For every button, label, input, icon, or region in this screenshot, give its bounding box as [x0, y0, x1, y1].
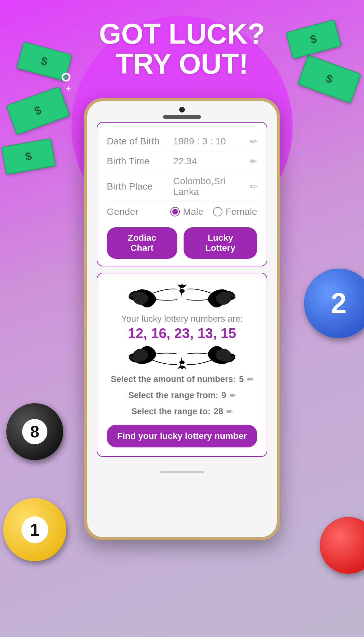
range-from-value: 9: [221, 391, 226, 400]
info-card: Date of Birth 1989 : 3 : 10 ✏ Birth Time…: [97, 122, 267, 266]
header-line1: GOT LUCK?: [0, 19, 364, 49]
gender-male-option[interactable]: Male: [170, 206, 203, 217]
home-indicator: [160, 471, 204, 473]
action-buttons: Zodiac Chart Lucky Lottery: [107, 227, 257, 259]
birthplace-edit-icon[interactable]: ✏: [250, 181, 257, 192]
birthtime-edit-icon[interactable]: ✏: [250, 156, 257, 167]
phone: Date of Birth 1989 : 3 : 10 ✏ Birth Time…: [84, 98, 280, 540]
lottery-card: Your lucky lottery numbers are: 12, 16, …: [97, 273, 267, 457]
dot-plus: +: [66, 84, 71, 94]
gender-options: Male Female: [170, 206, 257, 217]
dob-label: Date of Birth: [107, 136, 173, 147]
lucky-subtitle: Your lucky lottery numbers are:: [121, 314, 243, 324]
dob-edit-icon[interactable]: ✏: [250, 136, 257, 147]
svg-point-1: [180, 289, 184, 293]
gender-male-radio[interactable]: [170, 207, 180, 216]
header-line2: TRY OUT!: [0, 49, 364, 79]
ball-8: 8: [6, 403, 63, 460]
gender-label: Gender: [107, 206, 170, 217]
phone-speaker: [163, 115, 201, 119]
phone-top: [87, 101, 277, 122]
find-lucky-number-button[interactable]: Find your lucky lottery number: [107, 425, 257, 447]
amount-value: 5: [239, 374, 244, 384]
ball-1: 1: [3, 498, 66, 561]
birthplace-label: Birth Place: [107, 181, 173, 192]
range-to-label: Select the range to:: [131, 407, 211, 416]
gender-male-label: Male: [183, 206, 203, 217]
range-from-edit-icon[interactable]: ✏: [229, 391, 236, 400]
zodiac-chart-button[interactable]: Zodiac Chart: [107, 227, 177, 259]
range-from-label: Select the range from:: [128, 391, 218, 400]
gender-female-radio[interactable]: [213, 207, 222, 216]
ball-1-number: 1: [21, 516, 48, 543]
range-to-row: Select the range to: 28 ✏: [107, 407, 257, 416]
dob-value: 1989 : 3 : 10: [173, 136, 247, 147]
gender-female-option[interactable]: Female: [213, 206, 257, 217]
birthplace-row: Birth Place Colombo,Sri Lanka ✏: [107, 171, 257, 202]
dob-row: Date of Birth 1989 : 3 : 10 ✏: [107, 131, 257, 151]
amount-row: Select the amount of numbers: 5 ✏: [107, 374, 257, 384]
ornament-bottom: [128, 343, 236, 371]
birthtime-value: 22.34: [173, 156, 247, 167]
phone-bottom: [87, 466, 277, 480]
amount-label: Select the amount of numbers:: [111, 374, 236, 384]
ball-2-number: 2: [331, 287, 347, 320]
header: GOT LUCK? TRY OUT!: [0, 19, 364, 79]
amount-edit-icon[interactable]: ✏: [247, 375, 253, 384]
birthtime-label: Birth Time: [107, 156, 173, 167]
lucky-numbers: 12, 16, 23, 13, 15: [128, 325, 236, 341]
lucky-lottery-button[interactable]: Lucky Lottery: [184, 227, 257, 259]
gender-row: Gender Male Female: [107, 202, 257, 221]
svg-point-4: [180, 361, 184, 364]
range-to-value: 28: [214, 407, 223, 416]
range-from-row: Select the range from: 9 ✏: [107, 391, 257, 400]
range-to-edit-icon[interactable]: ✏: [226, 407, 233, 416]
gender-male-dot: [172, 209, 178, 215]
ball-8-number: 8: [22, 419, 47, 444]
phone-camera: [179, 107, 185, 112]
dot-circle: [62, 73, 70, 82]
phone-content: Date of Birth 1989 : 3 : 10 ✏ Birth Time…: [87, 122, 277, 466]
gender-female-label: Female: [226, 206, 257, 217]
birthplace-value: Colombo,Sri Lanka: [173, 176, 247, 197]
birthtime-row: Birth Time 22.34 ✏: [107, 151, 257, 171]
ornament-top: [128, 282, 236, 311]
